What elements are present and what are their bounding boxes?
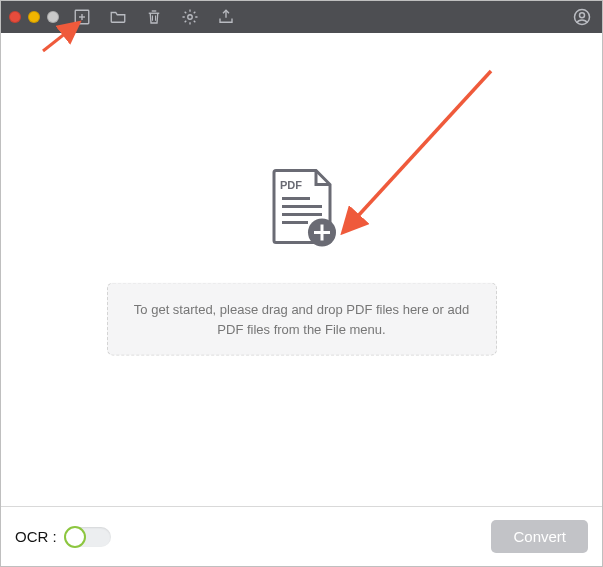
account-icon[interactable] [572, 7, 592, 27]
trash-icon[interactable] [145, 8, 163, 26]
drop-zone[interactable]: PDF To get started, please drag and drop… [1, 33, 602, 506]
add-file-icon[interactable] [73, 8, 91, 26]
convert-button[interactable]: Convert [491, 520, 588, 553]
window-maximize-button[interactable] [47, 11, 59, 23]
toolbar [73, 8, 235, 26]
svg-point-5 [188, 15, 193, 20]
ocr-toggle[interactable] [65, 527, 111, 547]
drop-zone-content: PDF To get started, please drag and drop… [107, 165, 497, 356]
titlebar [1, 1, 602, 33]
plus-badge-icon [308, 219, 336, 247]
gear-icon[interactable] [181, 8, 199, 26]
bottom-bar: OCR : Convert [1, 506, 602, 566]
pdf-add-icon: PDF [260, 165, 344, 257]
window-controls [9, 11, 59, 23]
pdf-badge-label: PDF [280, 179, 302, 191]
window-close-button[interactable] [9, 11, 21, 23]
drop-zone-message: To get started, please drag and drop PDF… [107, 283, 497, 356]
export-icon[interactable] [217, 8, 235, 26]
window-minimize-button[interactable] [28, 11, 40, 23]
ocr-toggle-knob [64, 526, 86, 548]
ocr-label: OCR : [15, 528, 57, 545]
svg-point-7 [580, 13, 585, 18]
folder-icon[interactable] [109, 8, 127, 26]
